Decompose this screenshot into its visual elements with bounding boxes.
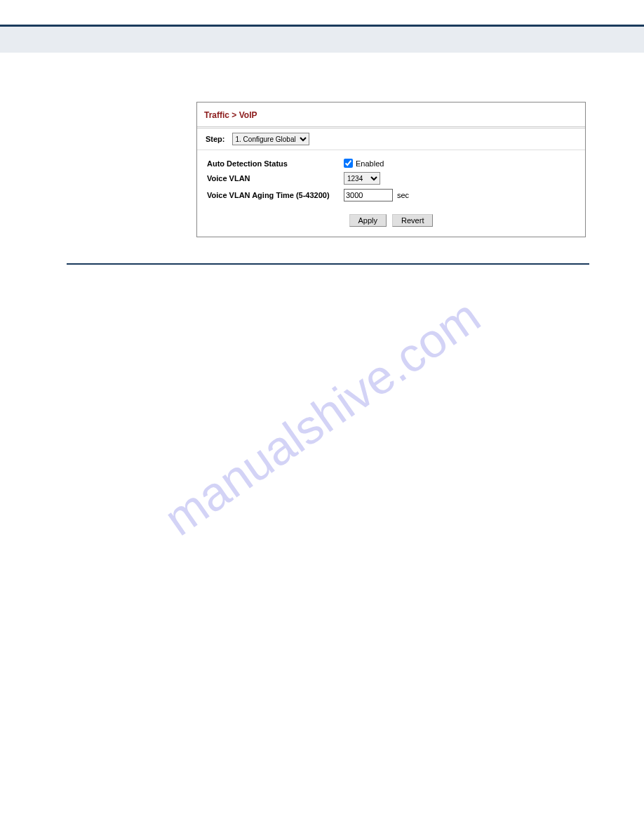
aging-time-input[interactable]	[344, 189, 393, 201]
enabled-checkbox[interactable]	[344, 159, 353, 168]
config-body: Auto Detection Status Enabled Voice VLAN…	[197, 150, 585, 237]
auto-detection-label: Auto Detection Status	[207, 159, 344, 168]
aging-time-row: Voice VLAN Aging Time (5-43200) sec	[207, 189, 575, 201]
aging-time-unit: sec	[397, 191, 409, 199]
step-select[interactable]: 1. Configure Global	[232, 133, 309, 145]
step-label: Step:	[206, 135, 225, 143]
panel-title: Traffic > VoIP	[204, 110, 257, 120]
enabled-checkbox-container: Enabled	[344, 159, 384, 168]
aging-time-label: Voice VLAN Aging Time (5-43200)	[207, 191, 344, 199]
enabled-label: Enabled	[356, 159, 384, 168]
watermark: manualshive.com	[154, 288, 490, 545]
voice-vlan-select[interactable]: 1234	[344, 172, 380, 185]
button-row: Apply Revert	[207, 214, 575, 227]
voip-config-panel: Traffic > VoIP Step: 1. Configure Global…	[196, 102, 586, 237]
panel-header: Traffic > VoIP	[197, 102, 585, 128]
voice-vlan-row: Voice VLAN 1234	[207, 172, 575, 185]
voice-vlan-label: Voice VLAN	[207, 174, 344, 183]
auto-detection-row: Auto Detection Status Enabled	[207, 159, 575, 168]
apply-button[interactable]: Apply	[349, 214, 387, 227]
revert-button[interactable]: Revert	[392, 214, 433, 227]
step-row: Step: 1. Configure Global	[197, 128, 585, 150]
top-bar	[0, 25, 644, 53]
divider-line	[67, 263, 589, 265]
